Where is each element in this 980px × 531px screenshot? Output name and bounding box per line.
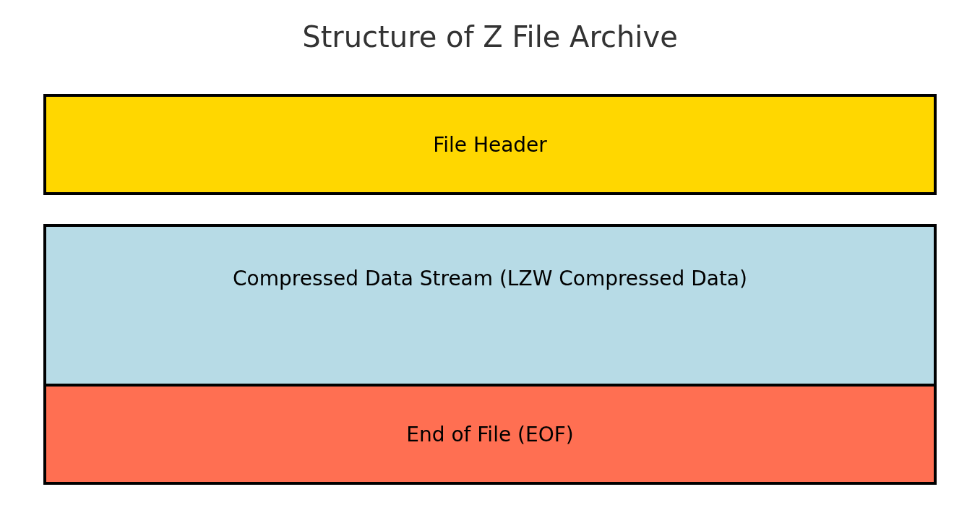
file-header-label: File Header [433, 133, 547, 157]
eof-block: End of File (EOF) [43, 384, 937, 485]
diagram-container: File Header Compressed Data Stream (LZW … [43, 94, 937, 485]
eof-label: End of File (EOF) [406, 423, 573, 446]
compressed-data-label: Compressed Data Stream (LZW Compressed D… [233, 267, 747, 290]
file-header-block: File Header [43, 94, 937, 195]
compressed-data-block: Compressed Data Stream (LZW Compressed D… [43, 224, 937, 387]
diagram-title: Structure of Z File Archive [0, 20, 980, 53]
